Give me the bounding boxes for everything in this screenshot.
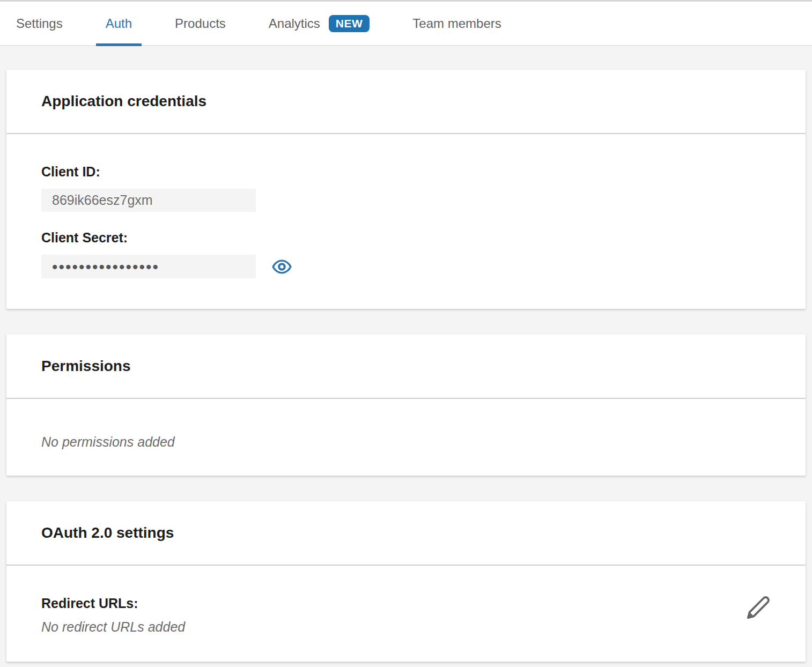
no-permissions-text: No permissions added: [41, 434, 771, 450]
application-credentials-title: Application credentials: [41, 93, 771, 109]
tab-auth-label: Auth: [106, 16, 132, 31]
application-credentials-header: Application credentials: [6, 70, 806, 134]
tab-team-members-label: Team members: [412, 16, 501, 31]
permissions-header: Permissions: [6, 335, 806, 399]
permissions-body: No permissions added: [6, 399, 806, 476]
tab-products[interactable]: Products: [175, 2, 226, 45]
tab-team-members[interactable]: Team members: [412, 2, 501, 45]
tab-analytics[interactable]: Analytics NEW: [269, 2, 370, 45]
new-badge: NEW: [329, 15, 370, 32]
tab-auth[interactable]: Auth: [106, 2, 132, 45]
tab-products-label: Products: [175, 16, 226, 31]
tab-bar: Settings Auth Products Analytics NEW Tea…: [0, 0, 812, 46]
client-secret-row: [41, 255, 771, 278]
eye-icon: [272, 258, 292, 275]
client-id-label: Client ID:: [41, 164, 771, 180]
client-secret-input[interactable]: [41, 255, 256, 278]
application-credentials-body: Client ID: Client Secret:: [6, 134, 806, 309]
oauth-settings-header: OAuth 2.0 settings: [6, 501, 806, 566]
redirect-urls-label: Redirect URLs:: [41, 595, 185, 611]
tab-settings[interactable]: Settings: [16, 2, 63, 45]
tab-analytics-label: Analytics: [269, 16, 320, 31]
tab-settings-label: Settings: [16, 16, 63, 31]
card-oauth-settings: OAuth 2.0 settings Redirect URLs: No red…: [6, 501, 806, 662]
client-id-input[interactable]: [41, 189, 256, 212]
no-redirect-urls-text: No redirect URLs added: [41, 619, 185, 635]
oauth-settings-title: OAuth 2.0 settings: [41, 525, 771, 541]
card-permissions: Permissions No permissions added: [6, 335, 806, 476]
reveal-secret-button[interactable]: [272, 258, 292, 275]
permissions-title: Permissions: [41, 358, 771, 374]
pencil-icon: [746, 595, 771, 620]
redirect-urls-group: Redirect URLs: No redirect URLs added: [41, 595, 185, 635]
edit-redirect-urls-button[interactable]: [746, 595, 771, 620]
oauth-settings-body: Redirect URLs: No redirect URLs added: [6, 566, 806, 662]
main-content: Application credentials Client ID: Clien…: [0, 46, 812, 662]
client-secret-label: Client Secret:: [41, 229, 771, 246]
card-application-credentials: Application credentials Client ID: Clien…: [6, 70, 806, 309]
